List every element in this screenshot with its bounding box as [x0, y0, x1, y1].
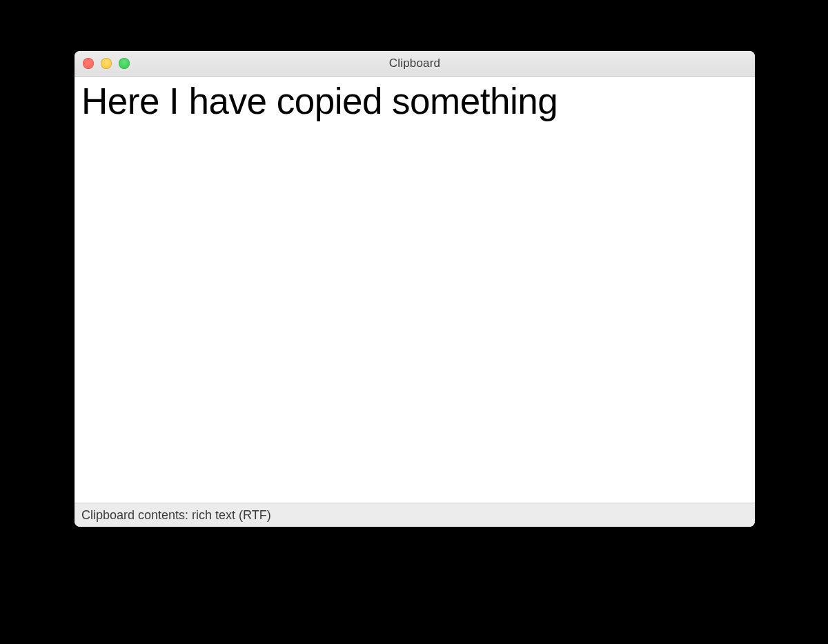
minimize-icon[interactable] — [101, 58, 112, 69]
close-icon[interactable] — [83, 58, 94, 69]
status-bar: Clipboard contents: rich text (RTF) — [75, 503, 755, 527]
window-title: Clipboard — [389, 57, 441, 70]
clipboard-content-area[interactable]: Here I have copied something — [75, 77, 755, 503]
traffic-lights — [83, 58, 130, 69]
clipboard-window: Clipboard Here I have copied something C… — [75, 51, 755, 527]
status-label: Clipboard contents: rich text (RTF) — [81, 508, 271, 523]
zoom-icon[interactable] — [119, 58, 130, 69]
titlebar[interactable]: Clipboard — [75, 51, 755, 77]
clipboard-text: Here I have copied something — [81, 81, 748, 121]
